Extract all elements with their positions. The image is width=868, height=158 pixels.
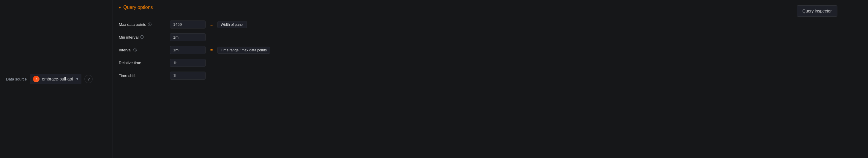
query-options-header[interactable]: ▾ Query options [113, 0, 791, 15]
option-row-max-data-points: Max data pointsⓘ=Width of panel [113, 18, 791, 31]
data-source-selector[interactable]: ! embrace-pull-api ▾ [30, 74, 82, 84]
option-input-min-interval[interactable] [170, 33, 206, 41]
option-label-text-time-shift: Time shift [119, 73, 135, 78]
info-icon-max-data-points[interactable]: ⓘ [148, 22, 152, 27]
equals-sign-max-data-points: = [209, 22, 214, 27]
option-badge-max-data-points: Width of panel [217, 21, 247, 28]
equals-sign-interval: = [209, 48, 214, 53]
data-source-icon-text: ! [36, 77, 37, 81]
main-container: Data source ! embrace-pull-api ▾ ? ▾ Que… [0, 0, 868, 158]
option-label-min-interval: Min intervalⓘ [119, 35, 166, 40]
option-input-interval[interactable] [170, 46, 206, 54]
option-label-max-data-points: Max data pointsⓘ [119, 22, 166, 27]
option-label-relative-time: Relative time [119, 61, 166, 65]
help-icon: ? [88, 77, 90, 82]
option-row-time-shift: Time shift [113, 69, 791, 82]
help-button[interactable]: ? [84, 75, 93, 83]
option-label-text-relative-time: Relative time [119, 61, 141, 65]
query-options-body: Max data pointsⓘ=Width of panelMin inter… [113, 15, 791, 85]
option-input-max-data-points[interactable] [170, 21, 206, 29]
option-label-time-shift: Time shift [119, 73, 166, 78]
option-input-time-shift[interactable] [170, 71, 206, 80]
option-row-interval: Intervalⓘ=Time range / max data points [113, 44, 791, 57]
info-icon-interval[interactable]: ⓘ [133, 48, 137, 53]
option-label-interval: Intervalⓘ [119, 48, 166, 53]
info-icon-min-interval[interactable]: ⓘ [140, 35, 144, 40]
option-label-text-max-data-points: Max data points [119, 22, 146, 27]
option-row-min-interval: Min intervalⓘ [113, 31, 791, 44]
query-inspector-button[interactable]: Query inspector [797, 5, 837, 17]
option-row-relative-time: Relative time [113, 57, 791, 69]
data-source-label: Data source [6, 77, 27, 82]
option-badge-interval: Time range / max data points [217, 46, 270, 54]
data-source-icon: ! [33, 76, 39, 82]
option-label-text-interval: Interval [119, 48, 132, 52]
query-options-title: Query options [123, 5, 153, 10]
collapse-icon: ▾ [119, 5, 121, 10]
query-options-section: ▾ Query options Max data pointsⓘ=Width o… [113, 0, 791, 158]
query-inspector-section: Query inspector [791, 0, 868, 158]
option-label-text-min-interval: Min interval [119, 35, 138, 39]
option-input-relative-time[interactable] [170, 59, 206, 67]
data-source-name: embrace-pull-api [42, 76, 73, 82]
data-source-section: Data source ! embrace-pull-api ▾ ? [0, 0, 113, 158]
chevron-down-icon: ▾ [76, 77, 78, 81]
